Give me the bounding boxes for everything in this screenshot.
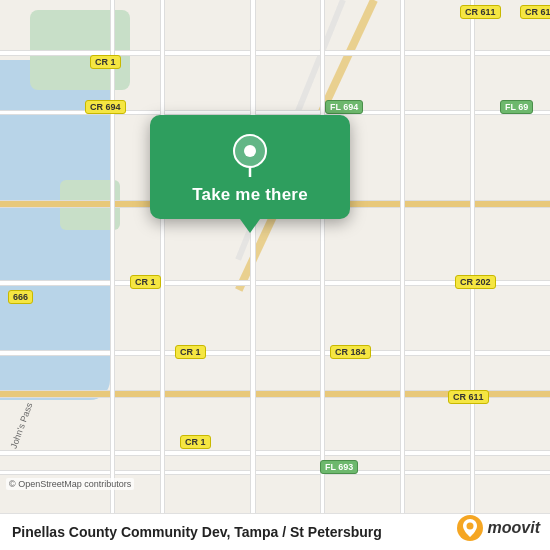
road-badge: CR 1 (175, 345, 206, 359)
road-badge: CR 1 (90, 55, 121, 69)
road-badge: CR 184 (330, 345, 371, 359)
road-badge: FL 69 (500, 100, 533, 114)
road-badge: CR 611 (520, 5, 550, 19)
svg-point-3 (466, 523, 473, 530)
road-h7 (0, 450, 550, 456)
road-badge: CR 694 (85, 100, 126, 114)
road-v6 (110, 0, 115, 550)
road-v1 (160, 0, 165, 550)
road-badge: 666 (8, 290, 33, 304)
location-pin-icon (228, 133, 272, 177)
road-v4 (400, 0, 405, 550)
road-badge: FL 693 (320, 460, 358, 474)
road-badge: CR 1 (180, 435, 211, 449)
road-h1 (0, 50, 550, 56)
road-h5 (0, 350, 550, 356)
road-badge: FL 694 (325, 100, 363, 114)
road-badge: CR 611 (460, 5, 501, 19)
moovit-text: moovit (488, 519, 540, 537)
road-h8 (0, 470, 550, 475)
navigation-popup[interactable]: Take me there (150, 115, 350, 219)
moovit-logo: moovit (456, 514, 540, 542)
road-badge: CR 611 (448, 390, 489, 404)
road-badge: CR 202 (455, 275, 496, 289)
osm-copyright: © OpenStreetMap contributors (6, 478, 134, 490)
moovit-pin-icon (456, 514, 484, 542)
svg-point-1 (244, 145, 256, 157)
take-me-there-button[interactable]: Take me there (192, 185, 308, 205)
map-container: CR 611CR 611CR 1CR 694FL 694FL 69CR 1CR … (0, 0, 550, 550)
road-badge: CR 1 (130, 275, 161, 289)
road-v2 (250, 0, 256, 550)
